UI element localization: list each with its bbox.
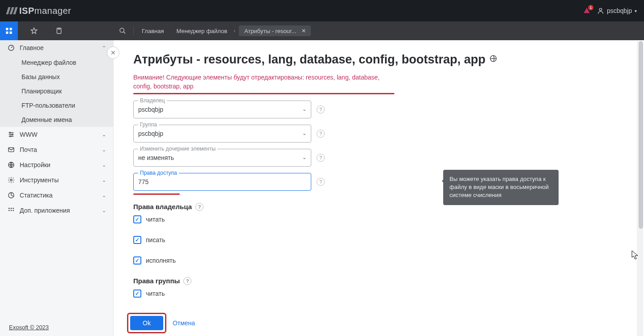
perms-help[interactable]: ?: [317, 178, 325, 186]
brand-manager: manager: [34, 6, 71, 16]
user-menu[interactable]: pscbqbjp ▾: [597, 7, 637, 14]
group-label: Группа: [138, 122, 159, 128]
svg-point-10: [10, 136, 11, 137]
sidebar-item-domains[interactable]: Доменные имена: [0, 113, 113, 127]
chevron-down-icon: ⌄: [102, 162, 106, 168]
gear-icon: [7, 176, 15, 184]
sidebar-section-www[interactable]: WWW ⌄: [0, 127, 113, 142]
user-icon: [597, 7, 604, 14]
tab-close-button[interactable]: ✕: [300, 27, 307, 34]
star-icon: [30, 27, 38, 34]
perms-label: Права доступа: [138, 170, 179, 176]
footer-actions: Ok Отмена: [127, 313, 195, 333]
svg-rect-2: [10, 28, 12, 30]
sidebar-item-ftp[interactable]: FTP-пользователи: [0, 98, 113, 113]
sidebar-section-settings[interactable]: Настройки ⌄: [0, 157, 113, 172]
children-select[interactable]: Изменить дочерние элементы не изменять ⌄: [133, 149, 311, 167]
brand-bars-icon: [7, 7, 17, 14]
svg-rect-5: [57, 28, 61, 34]
svg-point-6: [120, 28, 124, 32]
children-help[interactable]: ?: [317, 154, 325, 162]
clipboard-toggle[interactable]: [50, 21, 68, 40]
sidebar-footer-link[interactable]: Exosoft © 2023: [0, 319, 113, 336]
search-icon: [119, 27, 126, 34]
chart-icon: [7, 191, 15, 199]
svg-point-0: [599, 8, 602, 11]
crumb-filemanager[interactable]: Менеджер файлов: [170, 21, 233, 40]
sidebar-item-databases[interactable]: Базы данных: [0, 70, 113, 84]
chevron-down-icon: ⌄: [302, 106, 306, 112]
svg-rect-3: [6, 32, 8, 34]
warning-text: Внимание! Следующие элементы будут отред…: [133, 73, 388, 91]
owner-help[interactable]: ?: [317, 105, 325, 113]
checkbox-icon: ✓: [133, 236, 141, 244]
checkbox-icon: ✓: [133, 215, 141, 223]
permissions-input[interactable]: Права доступа: [133, 173, 311, 191]
chevron-down-icon: ⌄: [302, 130, 306, 136]
children-value: не изменять: [138, 154, 302, 161]
chevron-down-icon: ⌄: [102, 177, 106, 183]
topbar: ISPmanager 1 pscbqbjp ▾: [0, 0, 644, 21]
notification-bell[interactable]: 1: [583, 7, 591, 15]
sidebar-item-scheduler[interactable]: Планировщик: [0, 84, 113, 98]
svg-point-20: [13, 210, 14, 211]
scrollbar-thumb[interactable]: [639, 41, 643, 229]
favorites-toggle[interactable]: [25, 21, 43, 40]
group-perms-help[interactable]: ?: [183, 277, 191, 285]
sidebar-section-mail[interactable]: Почта ⌄: [0, 142, 113, 157]
svg-point-8: [9, 132, 11, 134]
chevron-down-icon: ⌄: [102, 147, 106, 153]
sliders-icon: [7, 130, 15, 139]
perms-tooltip: Вы можете указать права доступа к файлу …: [443, 170, 559, 205]
svg-point-19: [11, 210, 12, 211]
owner-write-checkbox[interactable]: ✓писать: [133, 236, 624, 244]
dashboard-toggle[interactable]: [0, 21, 18, 40]
checkbox-icon: ✓: [133, 290, 141, 298]
group-value: pscbqbjp: [138, 130, 302, 137]
svg-point-9: [12, 134, 13, 135]
grid-icon: [5, 27, 13, 35]
chevron-down-icon: ⌄: [302, 155, 306, 160]
owner-select[interactable]: Владелец pscbqbjp ⌄: [133, 101, 311, 118]
owner-read-checkbox[interactable]: ✓читать: [133, 215, 624, 223]
brand-logo: ISPmanager: [7, 6, 71, 16]
ok-button[interactable]: Ok: [130, 316, 163, 330]
svg-point-17: [13, 208, 14, 209]
sidebar-section-apps[interactable]: Доп. приложения ⌄: [0, 203, 113, 218]
sidebar-main-header[interactable]: Главное ⌃: [0, 40, 113, 55]
perms-input-inner[interactable]: [138, 178, 306, 185]
page-title: Атрибуты - resources, lang, database, co…: [133, 53, 624, 67]
tab-attributes[interactable]: Атрибуты - resour... ✕: [239, 25, 310, 36]
ok-highlight: Ok: [127, 313, 166, 333]
owner-exec-checkbox[interactable]: ✓исполнять: [133, 256, 624, 265]
group-perms-heading: Права группы ?: [133, 277, 624, 285]
sidebar-item-filemanager[interactable]: Менеджер файлов: [0, 55, 113, 70]
globe-icon: [7, 161, 15, 169]
sidebar-collapse-button[interactable]: ✕: [107, 46, 119, 59]
perms-underline: [133, 193, 180, 195]
owner-perms-help[interactable]: ?: [195, 203, 203, 211]
username-label: pscbqbjp: [607, 7, 632, 14]
apps-icon: [7, 206, 15, 214]
crumb-home[interactable]: Главная: [136, 21, 170, 40]
svg-point-13: [10, 179, 12, 181]
sidebar-section-stats[interactable]: Статистика ⌄: [0, 188, 113, 203]
checkbox-icon: ✓: [133, 256, 141, 265]
search-button[interactable]: [114, 27, 131, 34]
group-help[interactable]: ?: [317, 130, 325, 138]
chevron-up-icon: ⌃: [102, 45, 106, 51]
sidebar-section-tools[interactable]: Инструменты ⌄: [0, 172, 113, 188]
cancel-button[interactable]: Отмена: [173, 319, 195, 327]
chevron-down-icon: ▾: [635, 8, 637, 13]
svg-point-16: [11, 208, 12, 209]
svg-rect-4: [10, 32, 12, 34]
group-read-checkbox[interactable]: ✓читать: [133, 290, 624, 298]
group-select[interactable]: Группа pscbqbjp ⌄: [133, 125, 311, 143]
clipboard-icon: [55, 27, 63, 34]
chevron-down-icon: ⌄: [102, 208, 106, 214]
mail-icon: [7, 146, 15, 154]
chevron-right-icon: ›: [233, 28, 235, 34]
chevron-down-icon: ⌄: [102, 193, 106, 198]
secondbar: Главная Менеджер файлов › Атрибуты - res…: [0, 21, 644, 40]
warning-underline: [133, 93, 394, 94]
